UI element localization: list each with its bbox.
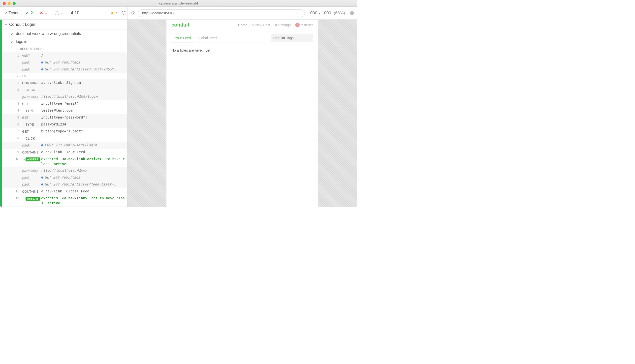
command-row[interactable]: 6- TYPEpassword1234 (2, 121, 127, 128)
command-row[interactable]: 3GETinput[type="email"] (2, 100, 127, 107)
xhr-dot-icon (41, 184, 43, 186)
nav-settings[interactable]: ✿ Settings (275, 23, 291, 27)
command-row[interactable]: 1VISIT/ (2, 52, 127, 59)
test-row[interactable]: does not work with wrong credentials (2, 30, 127, 38)
command-number: 12 (14, 196, 19, 201)
command-name: - TYPE (19, 122, 40, 127)
command-number (14, 67, 19, 67)
feed-tabs: Your Feed Global Feed (171, 34, 266, 42)
command-message: button[type="submit"] (40, 129, 125, 134)
command-number: 6 (14, 122, 19, 127)
pending-count: -- (51, 7, 67, 19)
nav-user[interactable]: testuser (295, 23, 313, 27)
popular-tags-box: Popular Tags (271, 34, 313, 42)
minimize-window-icon[interactable] (8, 2, 11, 5)
command-message: a.nav-link, Sign in (40, 80, 125, 85)
command-number: 3 (14, 101, 19, 106)
brand-logo[interactable]: conduit (171, 22, 189, 28)
command-message: input[type="email"] (40, 101, 125, 106)
titlebar: cypress-example-realworld (0, 0, 357, 7)
caret-down-icon (17, 74, 20, 78)
command-name: (XHR) (19, 175, 40, 180)
selector-playground-button[interactable] (131, 10, 135, 16)
aut-iframe[interactable]: conduit Home ✎ New Post ✿ Settings (166, 20, 318, 207)
command-message: expected <a.nav-link.active> to have cla… (40, 156, 125, 166)
command-name: VISIT (19, 53, 40, 58)
command-row[interactable]: 13URL (2, 206, 127, 207)
close-window-icon[interactable] (3, 2, 6, 5)
command-log: BEFORE EACH 1VISIT/(XHR)GET 200 /api/tag… (2, 46, 127, 207)
command-number (14, 94, 19, 94)
command-message: tester@test.com (40, 108, 125, 113)
command-name: - CLICK (19, 136, 40, 141)
command-message: GET 200 /api/tags (40, 175, 125, 180)
section-before-each[interactable]: BEFORE EACH (2, 46, 127, 52)
command-name: GET (19, 115, 40, 120)
avatar (295, 23, 300, 27)
command-row[interactable]: (XHR)GET 200 /api/tags (2, 174, 127, 181)
caret-down-icon (5, 22, 9, 27)
command-name: CONTAINS (19, 80, 40, 86)
check-icon (11, 40, 16, 44)
command-message: a.nav-link, Global Feed (40, 189, 125, 194)
section-test[interactable]: TEST (2, 73, 127, 79)
xhr-dot-icon (41, 144, 43, 146)
app-window: cypress-example-realworld Tests 2 -- -- (0, 0, 357, 207)
back-to-tests-button[interactable]: Tests (2, 7, 22, 19)
command-name: - ASSERT (19, 196, 40, 201)
scroll-toggle-icon[interactable]: ↕ (116, 11, 118, 16)
command-number (14, 142, 19, 143)
maximize-window-icon[interactable] (13, 2, 16, 5)
gear-icon: ✿ (275, 23, 277, 27)
pass-count: 2 (22, 7, 36, 19)
xhr-dot-icon (41, 68, 43, 70)
command-row[interactable]: 4- TYPEtester@test.com (2, 107, 127, 114)
url-bar: 1000 x 1000 (66%) i (128, 7, 357, 20)
command-row[interactable]: (NEW URL)http://localhost:4100/ (2, 167, 127, 174)
command-name: CONTAINS (19, 189, 40, 194)
command-number: 10 (14, 156, 19, 162)
command-row[interactable]: (XHR)POST 200 /api/users/login (2, 142, 127, 149)
command-row[interactable]: (NEW URL)http://localhost:4100/login (2, 93, 127, 100)
command-message: GET 200 /api/articles?limit=10&of… (40, 67, 125, 72)
command-name: (XHR) (19, 60, 40, 65)
command-row[interactable]: (XHR)GET 200 /api/articles/feed?limit=… (2, 181, 127, 188)
command-row[interactable]: 7GETbutton[type="submit"] (2, 128, 127, 135)
command-row[interactable]: 10- ASSERTexpected <a.nav-link.active> t… (2, 156, 127, 167)
tab-your-feed[interactable]: Your Feed (171, 34, 194, 42)
url-input[interactable] (138, 10, 305, 17)
command-number: 7 (14, 129, 19, 134)
command-name: (XHR) (19, 182, 40, 187)
command-row[interactable]: 1CONTAINSa.nav-link, Sign in (2, 79, 127, 86)
traffic-lights (3, 2, 16, 5)
nav-home[interactable]: Home (238, 23, 247, 27)
command-row[interactable]: 2- CLICK (2, 86, 127, 93)
command-row[interactable]: 12- ASSERTexpected <a.nav-link> not to h… (2, 195, 127, 206)
command-name: (XHR) (19, 67, 40, 72)
command-message: expected <a.nav-link> not to have class … (40, 196, 125, 206)
info-icon[interactable]: i (350, 11, 354, 15)
command-name: CONTAINS (19, 150, 40, 155)
caret-down-icon (17, 47, 20, 50)
nav-new-post[interactable]: ✎ New Post (252, 23, 270, 27)
divider (83, 9, 83, 17)
command-number: 4 (14, 108, 19, 113)
assert-badge: ASSERT (26, 158, 40, 162)
command-name: - ASSERT (19, 156, 40, 162)
command-row[interactable]: 11CONTAINSa.nav-link, Global Feed (2, 188, 127, 195)
status-dot-icon (111, 12, 113, 14)
command-row[interactable]: (XHR)GET 200 /api/articles?limit=10&of… (2, 66, 127, 73)
command-number: 1 (14, 53, 19, 58)
restart-button[interactable] (121, 10, 126, 16)
suite-title[interactable]: Conduit Login (2, 20, 127, 30)
app-navbar: conduit Home ✎ New Post ✿ Settings (166, 20, 318, 30)
test-row[interactable]: logs in (2, 38, 127, 46)
command-row[interactable]: (XHR)GET 200 /api/tags (2, 59, 127, 66)
tab-global-feed[interactable]: Global Feed (194, 34, 220, 42)
command-row[interactable]: 9CONTAINSa.nav-link, Your Feed (2, 149, 127, 156)
command-number (14, 168, 19, 168)
command-message: http://localhost:4100/login (40, 94, 125, 99)
command-row[interactable]: 5GETinput[type="password"] (2, 114, 127, 121)
duration: 4.10 (67, 7, 83, 19)
command-row[interactable]: 8- CLICK (2, 135, 127, 142)
